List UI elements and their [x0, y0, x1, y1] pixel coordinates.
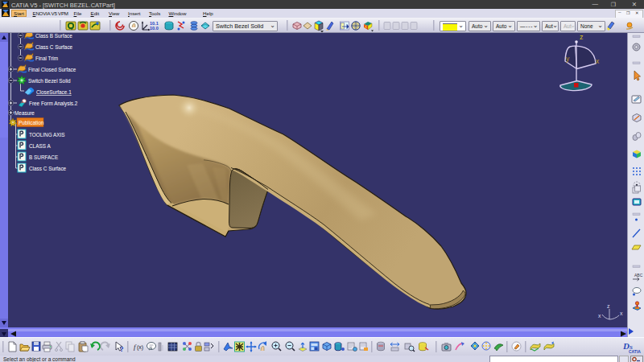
svg-text:?: ?: [120, 345, 124, 353]
svg-text:TOOLING AXIS: TOOLING AXIS: [29, 132, 65, 138]
svg-text:z: z: [607, 303, 610, 309]
svg-text:CloseSurface.1: CloseSurface.1: [36, 89, 72, 95]
svg-text:Class C Surface: Class C Surface: [29, 166, 67, 171]
svg-text:Switch Bezel Solid: Switch Bezel Solid: [28, 78, 71, 84]
svg-text:Free Form Analysis.2: Free Form Analysis.2: [29, 101, 78, 107]
svg-text:x: x: [620, 311, 623, 316]
svg-text:Class B Surface: Class B Surface: [35, 33, 72, 39]
svg-text:B SURFACE: B SURFACE: [29, 154, 58, 160]
svg-text:(x): (x): [137, 344, 143, 351]
svg-text:Final Closed Surface: Final Closed Surface: [28, 67, 76, 72]
svg-text:Publication: Publication: [19, 120, 44, 125]
svg-text:10.0: 10.0: [150, 26, 159, 31]
svg-text:x: x: [598, 313, 601, 319]
svg-text:x: x: [596, 57, 600, 65]
svg-text:Measure: Measure: [14, 110, 35, 116]
svg-text:CLASS A: CLASS A: [29, 143, 51, 149]
svg-text:ABC: ABC: [634, 273, 643, 278]
svg-text:Class C Surface: Class C Surface: [35, 44, 73, 50]
svg-text:z: z: [580, 33, 584, 41]
svg-text:Final Trim: Final Trim: [35, 56, 58, 61]
svg-text:CATIA: CATIA: [629, 349, 641, 354]
